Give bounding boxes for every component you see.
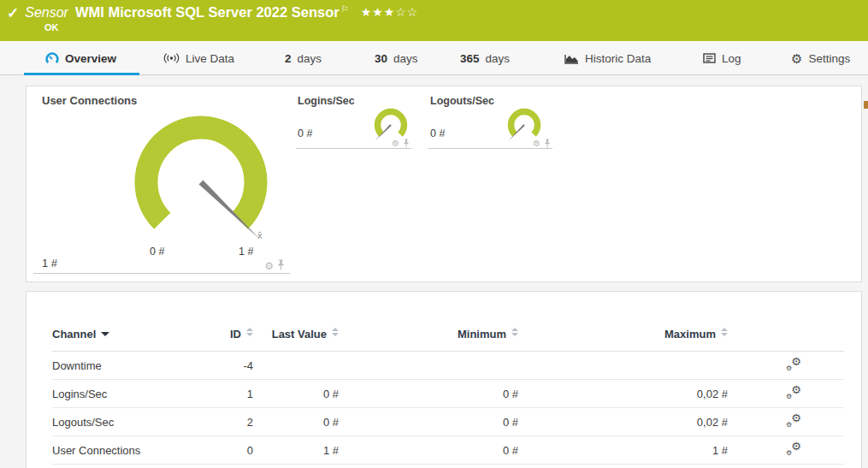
channel-gear-icon[interactable]: ⚙	[533, 139, 540, 148]
tab-365-days[interactable]: 365 days	[460, 41, 510, 75]
gauge-scale-min: 0 #	[150, 246, 164, 258]
tab-bar: Overview Live Data 2 days 30 days 365 da…	[0, 41, 868, 75]
cell-channel[interactable]: Logins/Sec	[52, 380, 223, 408]
gear-icon: ⚙	[791, 52, 802, 65]
cell-minimum	[339, 352, 518, 380]
tab-label: Historic Data	[585, 52, 651, 65]
priority-stars[interactable]: ★★★☆☆	[361, 5, 419, 19]
cell-minimum: 0 #	[339, 436, 518, 465]
channels-panel: Channel ID Last Value Minimum Maximum Do…	[26, 291, 862, 468]
pin-icon[interactable]	[544, 136, 551, 151]
tab-2-days[interactable]: 2 days	[285, 41, 322, 75]
cell-channel[interactable]: Logouts/Sec	[52, 408, 223, 436]
gauge-current-value: 0 #	[298, 127, 312, 139]
gauge-current-value: 0 #	[430, 127, 445, 139]
tab-overview[interactable]: Overview	[45, 41, 116, 75]
channel-settings-gears-icon[interactable]: ⚙⚙	[786, 386, 801, 400]
object-kind-label: Sensor	[25, 5, 68, 21]
tab-label: Settings	[808, 52, 850, 65]
gauge-current-value: 1 #	[42, 257, 57, 270]
tab-number: 2	[285, 52, 292, 65]
cell-maximum: 1 #	[518, 436, 728, 465]
sort-icon	[332, 328, 339, 336]
channels-table: Channel ID Last Value Minimum Maximum Do…	[52, 328, 844, 465]
tab-label: days	[486, 52, 511, 65]
tab-label: Live Data	[186, 52, 234, 65]
log-icon	[703, 53, 716, 63]
sensor-header: ✓ Sensor WMI Microsoft SQL Server 2022 S…	[0, 0, 868, 41]
cell-id: 0	[223, 436, 253, 465]
cell-id: 1	[223, 380, 253, 408]
tab-label: days	[393, 52, 418, 65]
gauge-scale-max: 1 #	[239, 246, 253, 258]
column-header-id[interactable]: ID	[223, 328, 253, 352]
column-header-minimum[interactable]: Minimum	[339, 328, 518, 352]
stars-filled: ★★★	[361, 5, 396, 19]
cell-maximum: 0,02 #	[518, 380, 728, 408]
cell-minimum: 0 #	[339, 380, 518, 408]
sort-icon	[511, 328, 518, 336]
gauge-title: User Connections	[42, 94, 137, 107]
cell-channel[interactable]: User Connections	[52, 436, 223, 465]
flag-icon[interactable]: ⚐	[341, 4, 349, 14]
cell-last-value: 1 #	[253, 436, 339, 465]
sort-icon	[721, 328, 728, 336]
stars-empty: ☆☆	[395, 5, 418, 19]
channel-settings-gears-icon[interactable]: ⚙⚙	[786, 414, 801, 428]
pin-icon[interactable]	[277, 258, 285, 274]
tab-live-data[interactable]: Live Data	[163, 41, 234, 75]
cell-id: -4	[223, 352, 253, 380]
cell-last-value: 0 #	[253, 380, 339, 408]
sort-icon	[246, 328, 253, 336]
gauge-title: Logins/Sec	[298, 95, 355, 107]
page-title: WMI Microsoft SQL Server 2022 Sensor	[75, 4, 340, 21]
cell-maximum: 0,02 #	[518, 408, 728, 436]
column-header-channel[interactable]: Channel	[52, 328, 223, 352]
gauge-tile-logins[interactable]: Logins/Sec 0 # ⚙	[296, 86, 411, 149]
tab-label: days	[298, 52, 322, 65]
tab-number: 30	[375, 52, 387, 65]
table-row[interactable]: Logins/Sec 1 0 # 0 # 0,02 # ⚙⚙	[52, 380, 844, 408]
broadcast-icon	[163, 52, 180, 64]
mean-marker: x̄	[257, 230, 263, 240]
tab-30-days[interactable]: 30 days	[375, 41, 418, 75]
pin-icon[interactable]	[403, 136, 410, 151]
table-header-row: Channel ID Last Value Minimum Maximum	[52, 328, 844, 352]
tab-historic-data[interactable]: Historic Data	[564, 41, 651, 75]
channel-gear-icon[interactable]: ⚙	[392, 139, 399, 148]
cell-maximum	[518, 352, 728, 380]
gauge-tile-user-connections[interactable]: User Connections x̄ 0 # 1 # 1 # ⚙	[33, 86, 290, 274]
tab-settings[interactable]: ⚙ Settings	[791, 41, 850, 75]
clipped-icon	[864, 101, 868, 109]
sort-desc-icon	[101, 332, 109, 336]
column-header-last-value[interactable]: Last Value	[253, 328, 339, 352]
channel-gear-icon[interactable]: ⚙	[264, 261, 274, 271]
column-header-maximum[interactable]: Maximum	[518, 328, 728, 352]
tab-log[interactable]: Log	[703, 41, 741, 75]
channel-settings-gears-icon[interactable]: ⚙⚙	[786, 442, 801, 456]
tab-label: Log	[722, 52, 741, 65]
gauge-tile-logouts[interactable]: Logouts/Sec 0 # ⚙	[428, 86, 552, 149]
table-row[interactable]: User Connections 0 1 # 0 # 1 # ⚙⚙	[52, 436, 844, 465]
cell-minimum: 0 #	[339, 408, 518, 436]
cell-last-value: 0 #	[253, 408, 339, 436]
gauge-title: Logouts/Sec	[430, 95, 494, 107]
tab-label: Overview	[65, 52, 116, 65]
status-check-icon: ✓	[7, 4, 19, 22]
cell-id: 2	[223, 408, 253, 436]
tab-number: 365	[460, 52, 480, 65]
gauges-panel: User Connections x̄ 0 # 1 # 1 # ⚙ Logins…	[26, 86, 862, 282]
gauge-icon	[45, 52, 59, 65]
table-row[interactable]: Logouts/Sec 2 0 # 0 # 0,02 # ⚙⚙	[52, 408, 844, 436]
status-badge: OK	[44, 22, 59, 33]
cell-channel[interactable]: Downtime	[52, 352, 223, 380]
gauge-dial	[126, 112, 280, 249]
area-chart-icon	[564, 53, 579, 64]
table-row[interactable]: Downtime -4 ⚙⚙	[52, 352, 844, 380]
channel-settings-gears-icon[interactable]: ⚙⚙	[786, 358, 801, 371]
cell-last-value	[253, 352, 339, 380]
